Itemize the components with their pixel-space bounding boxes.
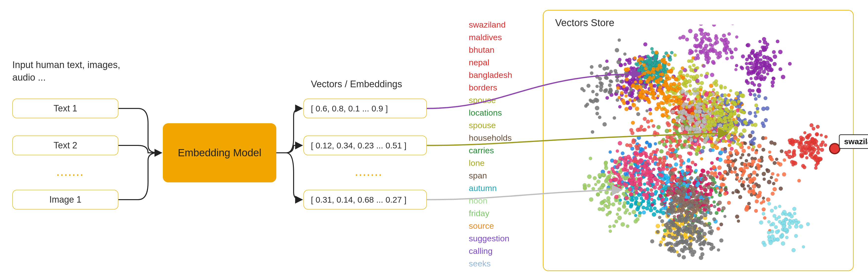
svg-point-2710 bbox=[734, 102, 737, 106]
svg-point-1017 bbox=[772, 182, 775, 185]
svg-point-2647 bbox=[703, 99, 707, 104]
svg-point-2014 bbox=[679, 159, 684, 163]
svg-point-2530 bbox=[659, 66, 662, 69]
svg-point-2728 bbox=[607, 171, 611, 174]
svg-point-1979 bbox=[668, 164, 672, 168]
word-list-item: nepal bbox=[469, 56, 512, 69]
svg-point-1443 bbox=[698, 143, 701, 146]
svg-point-2294 bbox=[681, 112, 684, 115]
svg-point-2354 bbox=[734, 149, 738, 153]
svg-point-2542 bbox=[678, 101, 681, 104]
svg-point-2979 bbox=[673, 223, 677, 228]
svg-point-2941 bbox=[688, 211, 691, 215]
svg-point-2802 bbox=[648, 163, 651, 165]
svg-point-2027 bbox=[630, 131, 634, 135]
svg-point-2718 bbox=[709, 117, 713, 120]
svg-point-1997 bbox=[670, 178, 674, 182]
svg-point-1816 bbox=[706, 49, 710, 53]
svg-point-1655 bbox=[611, 202, 615, 206]
svg-point-1728 bbox=[601, 183, 604, 187]
svg-point-2513 bbox=[649, 83, 653, 87]
svg-point-2704 bbox=[718, 108, 723, 113]
svg-point-2505 bbox=[699, 88, 703, 92]
svg-point-3328 bbox=[765, 56, 770, 60]
svg-point-1696 bbox=[601, 207, 605, 211]
svg-point-3032 bbox=[688, 225, 692, 229]
svg-point-802 bbox=[647, 203, 651, 207]
svg-point-2369 bbox=[752, 184, 756, 189]
svg-point-1068 bbox=[595, 106, 599, 110]
svg-point-2793 bbox=[630, 193, 633, 196]
svg-point-768 bbox=[636, 207, 640, 211]
svg-point-3157 bbox=[824, 135, 828, 138]
svg-point-323 bbox=[609, 150, 612, 153]
svg-point-664 bbox=[688, 65, 691, 69]
word-list-item: bhutan bbox=[469, 44, 512, 56]
svg-point-2951 bbox=[665, 243, 668, 246]
svg-point-1116 bbox=[586, 103, 589, 106]
svg-point-2974 bbox=[692, 237, 696, 241]
svg-point-2853 bbox=[646, 181, 650, 185]
svg-point-2816 bbox=[650, 198, 653, 201]
svg-point-1952 bbox=[680, 132, 683, 135]
svg-point-283 bbox=[623, 63, 627, 66]
svg-point-2685 bbox=[695, 113, 699, 117]
svg-point-1993 bbox=[643, 128, 647, 132]
svg-point-2983 bbox=[700, 229, 704, 233]
svg-point-1568 bbox=[753, 93, 756, 97]
svg-point-2711 bbox=[727, 119, 731, 122]
svg-point-1009 bbox=[723, 187, 727, 191]
svg-point-714 bbox=[700, 81, 704, 85]
svg-point-2998 bbox=[660, 202, 664, 206]
svg-point-2791 bbox=[650, 179, 653, 182]
input-item: Text 2 bbox=[12, 136, 118, 155]
svg-point-1650 bbox=[593, 176, 597, 180]
svg-point-2007 bbox=[678, 154, 682, 159]
svg-point-2687 bbox=[720, 102, 723, 105]
svg-point-1121 bbox=[590, 71, 593, 75]
svg-point-2364 bbox=[742, 149, 746, 153]
svg-point-1984 bbox=[669, 144, 672, 148]
svg-point-2376 bbox=[726, 160, 730, 164]
svg-point-3331 bbox=[752, 63, 756, 67]
svg-point-2686 bbox=[756, 110, 759, 113]
svg-point-2852 bbox=[644, 193, 649, 198]
svg-point-2135 bbox=[699, 202, 703, 205]
svg-point-1662 bbox=[626, 224, 629, 228]
svg-point-1021 bbox=[735, 215, 739, 219]
svg-point-3309 bbox=[753, 69, 757, 72]
svg-point-2594 bbox=[731, 141, 735, 144]
svg-point-2912 bbox=[682, 255, 686, 259]
svg-point-3320 bbox=[772, 50, 776, 54]
svg-point-305 bbox=[637, 136, 641, 140]
svg-point-1990 bbox=[665, 140, 669, 143]
svg-point-2847 bbox=[639, 153, 643, 157]
svg-point-2709 bbox=[719, 118, 723, 122]
svg-point-2111 bbox=[705, 201, 709, 205]
svg-point-1840 bbox=[702, 48, 705, 52]
svg-point-2379 bbox=[756, 194, 760, 199]
svg-point-2858 bbox=[614, 178, 618, 182]
svg-point-989 bbox=[766, 169, 770, 173]
svg-point-1773 bbox=[714, 36, 718, 40]
svg-point-2139 bbox=[668, 171, 672, 175]
svg-point-2700 bbox=[724, 127, 728, 131]
svg-point-2039 bbox=[666, 214, 670, 217]
svg-point-2706 bbox=[718, 105, 722, 109]
svg-point-2160 bbox=[673, 184, 677, 188]
svg-point-2792 bbox=[649, 156, 652, 160]
svg-point-2823 bbox=[661, 198, 665, 201]
svg-point-1786 bbox=[730, 56, 734, 60]
svg-point-2189 bbox=[685, 145, 689, 149]
svg-point-779 bbox=[649, 208, 653, 212]
svg-point-1800 bbox=[694, 49, 698, 53]
svg-point-2639 bbox=[735, 91, 739, 96]
svg-point-3043 bbox=[767, 220, 771, 223]
svg-point-3040 bbox=[774, 225, 778, 229]
svg-point-1417 bbox=[665, 129, 669, 133]
svg-point-3206 bbox=[821, 140, 825, 144]
svg-point-2606 bbox=[709, 93, 713, 97]
svg-point-1113 bbox=[595, 75, 599, 79]
svg-point-2322 bbox=[716, 186, 719, 189]
svg-point-2937 bbox=[656, 230, 659, 234]
